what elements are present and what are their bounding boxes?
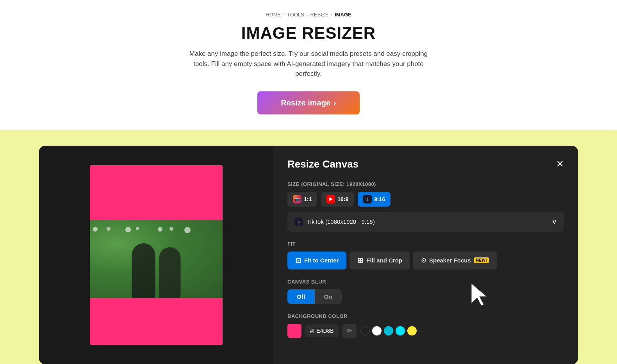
panel-header: Resize Canvas ✕ [287, 158, 564, 170]
blur-toggle-group: Off On [287, 289, 342, 304]
canvas-pink-top [90, 165, 223, 220]
youtube-icon: ▶ [326, 195, 335, 203]
breadcrumb-arrow-2: › [307, 12, 308, 17]
color-controls: #FE4D8B ✏ [287, 324, 564, 338]
people-silhouettes [132, 243, 181, 298]
dropdown-icon: ♪ [294, 218, 303, 226]
color-dot-cyan[interactable] [384, 326, 393, 335]
blur-section: Canvas Blur Off On [287, 279, 564, 304]
app-section: Resize Canvas ✕ SIZE (Original Size: 192… [0, 130, 617, 364]
breadcrumb-home[interactable]: HOME [266, 12, 281, 18]
fill-and-crop-button[interactable]: ⊞ Fill and Crop [350, 252, 410, 269]
speaker-focus-button[interactable]: ⊙ Speaker Focus NEW! [413, 252, 497, 269]
breadcrumb-resize[interactable]: RESIZE [310, 12, 328, 18]
cta-arrow-icon: › [333, 98, 336, 107]
preset-instagram[interactable]: 📷 1:1 [287, 192, 317, 207]
bg-color-section: Background Color #FE4D8B ✏ [287, 313, 564, 338]
size-dropdown[interactable]: ♪ TikTok (1080x1920 - 9:16) ∨ [287, 212, 564, 232]
close-button[interactable]: ✕ [556, 159, 564, 169]
blur-label: Canvas Blur [287, 279, 564, 285]
instagram-icon: 📷 [293, 195, 301, 203]
fit-label: FIT [287, 241, 564, 247]
blur-off-button[interactable]: Off [287, 289, 315, 304]
breadcrumb: HOME › TOOLS › RESIZE › IMAGE [8, 12, 609, 18]
selected-color-swatch[interactable] [287, 324, 301, 338]
speaker-label: Speaker Focus [429, 257, 471, 264]
eyedropper-button[interactable]: ✏ [342, 324, 357, 338]
top-section: HOME › TOOLS › RESIZE › IMAGE IMAGE RESI… [0, 0, 617, 130]
page-title: IMAGE RESIZER [8, 24, 609, 43]
eyedropper-icon: ✏ [347, 327, 352, 334]
breadcrumb-tools[interactable]: TOOLS [287, 12, 304, 18]
dropdown-left: ♪ TikTok (1080x1920 - 9:16) [294, 218, 375, 226]
canvas-area [39, 146, 273, 364]
person-right [159, 247, 181, 298]
hex-value: #FE4D8B [305, 325, 339, 337]
color-dot-black[interactable] [360, 326, 370, 335]
color-dot-light-cyan[interactable] [396, 326, 405, 335]
speaker-icon: ⊙ [421, 257, 426, 264]
size-label: SIZE (Original Size: 1920x1080) [287, 181, 564, 187]
size-presets: 📷 1:1 ▶ 16:9 ♪ [287, 192, 564, 207]
flowers [90, 224, 223, 236]
color-dot-yellow[interactable] [407, 326, 417, 335]
fill-crop-icon: ⊞ [357, 256, 363, 265]
size-section: SIZE (Original Size: 1920x1080) 📷 1:1 ▶ [287, 181, 564, 232]
blur-on-button[interactable]: On [315, 289, 342, 304]
instagram-ratio: 1:1 [304, 196, 312, 202]
dropdown-arrow-icon: ∨ [552, 218, 557, 226]
person-left [132, 243, 155, 298]
breadcrumb-arrow-1: › [283, 12, 285, 17]
subtitle: Make any image the perfect size. Try our… [187, 49, 430, 79]
breadcrumb-current: IMAGE [335, 12, 351, 18]
resize-panel: Resize Canvas ✕ SIZE (Original Size: 192… [273, 146, 578, 364]
fit-buttons: ⊡ Fit to Center ⊞ Fill and Crop ⊙ Speake… [287, 252, 564, 269]
color-dot-white[interactable] [372, 326, 382, 335]
fit-center-icon: ⊡ [295, 256, 301, 265]
canvas-content [90, 165, 223, 345]
fill-crop-label: Fill and Crop [366, 257, 402, 264]
youtube-ratio: 16:9 [337, 196, 348, 202]
canvas-pink-bottom [90, 298, 223, 345]
canvas-photo [90, 220, 223, 298]
new-badge: NEW! [474, 257, 489, 263]
fit-center-label: Fit to Center [304, 257, 339, 264]
preset-tiktok[interactable]: ♪ 9:16 [358, 192, 391, 207]
cta-button[interactable]: Resize image › [257, 91, 359, 114]
preset-youtube[interactable]: ▶ 16:9 [321, 192, 354, 207]
breadcrumb-arrow-3: › [331, 12, 332, 17]
dropdown-value: TikTok (1080x1920 - 9:16) [307, 218, 375, 225]
fit-to-center-button[interactable]: ⊡ Fit to Center [287, 252, 346, 269]
color-dots [360, 326, 417, 335]
fit-section: FIT ⊡ Fit to Center ⊞ Fill and Crop ⊙ [287, 241, 564, 269]
tiktok-icon: ♪ [363, 195, 372, 203]
app-container: Resize Canvas ✕ SIZE (Original Size: 192… [39, 146, 578, 364]
panel-title: Resize Canvas [287, 158, 358, 170]
bg-color-label: Background Color [287, 313, 564, 319]
cta-label: Resize image [281, 98, 330, 107]
tiktok-ratio: 9:16 [374, 196, 385, 202]
